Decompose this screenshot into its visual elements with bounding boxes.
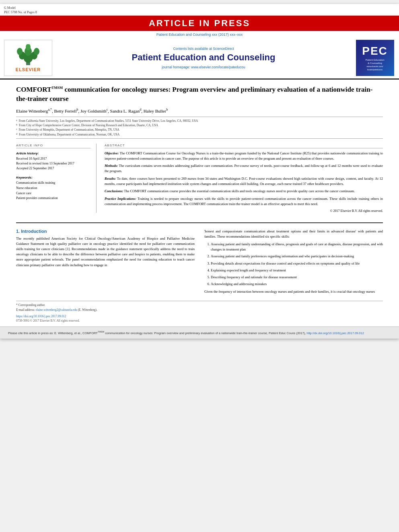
- article-in-press-bar: ARTICLE IN PRESS: [0, 16, 399, 31]
- contents-line: Contents lists available at ScienceDirec…: [173, 47, 234, 51]
- journal-header: ELSEVIER Contents lists available at Sci…: [0, 37, 399, 80]
- doi-link[interactable]: https://doi.org/10.1016/j.pec.2017.09.01…: [16, 314, 66, 318]
- abstract-objective: Objective: The COMFORT Communication Cou…: [105, 151, 383, 161]
- affiliations: a From California State University, Los …: [16, 117, 383, 139]
- article-info-label: ARTICLE INFO: [16, 144, 90, 148]
- body-two-col: 1. Introduction The recently published A…: [16, 229, 383, 297]
- svg-point-7: [34, 48, 39, 55]
- keyword-item: Cancer care: [16, 191, 90, 196]
- affiliation-item: c From University of Memphis, Department…: [16, 127, 383, 132]
- corresponding-text: * Corresponding author.: [16, 303, 383, 307]
- section-divider: [16, 222, 383, 223]
- journal-subtitle-text: Patient Education and Counseling xxx (20…: [156, 33, 243, 37]
- revised-text: Received in revised form 13 September 20…: [16, 161, 90, 166]
- intro-para1: The recently published American Society …: [16, 236, 195, 268]
- abstract-methods: Methods: The curriculum contains seven m…: [105, 163, 383, 174]
- abstract-col: ABSTRACT Objective: The COMFORT Communic…: [105, 144, 383, 213]
- right-intro-para1: 'honest and compassionate communication …: [204, 229, 383, 239]
- accepted-text: Accepted 22 September 2017: [16, 166, 90, 171]
- email-text: E-mail address: elaine.wittenberg2@calst…: [16, 308, 383, 312]
- received-text: Received 10 April 2017: [16, 156, 90, 161]
- footnote-area: * Corresponding author. E-mail address: …: [16, 301, 383, 312]
- intro-right-col: 'honest and compassionate communication …: [204, 229, 383, 297]
- copyright-line: 0738-3991/© 2017 Elsevier B.V. All right…: [16, 319, 383, 322]
- abstract-conclusions-text: The COMFORT communication course provide…: [124, 189, 355, 193]
- pec-logo-box: PEC Patient Education& Counselingwww.els…: [356, 40, 394, 76]
- citation-bar: Please cite this article in press as: E.…: [0, 327, 399, 339]
- keyword-item: Communication skills training: [16, 181, 90, 186]
- homepage-line: journal homepage: www.elsevier.com/locat…: [162, 65, 245, 69]
- keyword-item: Patient-provider communication: [16, 196, 90, 201]
- elsevier-logo-left: ELSEVIER: [4, 40, 52, 76]
- elsevier-tree-icon: [14, 44, 42, 66]
- citation-doi-link[interactable]: http://dx.doi.org/10.1016/j.pec.2017.09.…: [306, 331, 364, 335]
- journal-subtitle: Patient Education and Counseling xxx (20…: [0, 31, 399, 37]
- article-content: COMFORTTMSM communication for oncology n…: [0, 80, 399, 216]
- journal-center: Contents lists available at ScienceDirec…: [56, 40, 351, 76]
- journal-title: Patient Education and Counseling: [132, 52, 276, 63]
- authors: Elaine Wittenberga,*, Betty Ferrellb, Jo…: [16, 108, 383, 113]
- page: G Model PEC 5798 No. of Pages 8 ARTICLE …: [0, 4, 399, 339]
- abstract-results-text: To date, three courses have been present…: [105, 177, 383, 186]
- intro-heading: 1. Introduction: [16, 229, 195, 234]
- intro-left-col: 1. Introduction The recently published A…: [16, 229, 195, 297]
- citation-sup: TMSM: [98, 331, 104, 333]
- abstract-practice-text: Training is needed to prepare oncology n…: [105, 197, 383, 206]
- affiliation-item: b From City of Hope Comprehensive Cancer…: [16, 123, 383, 127]
- article-title: COMFORTTMSM communication for oncology n…: [16, 85, 383, 104]
- body-content: 1. Introduction The recently published A…: [0, 229, 399, 297]
- doi-line: https://doi.org/10.1016/j.pec.2017.09.01…: [16, 314, 383, 318]
- pec-subtitle: Patient Education& Counselingwww.elsevie…: [365, 59, 384, 71]
- email-link[interactable]: elaine.wittenberg2@calstatela.edu: [36, 308, 77, 312]
- title-sup: TMSM: [51, 86, 63, 90]
- keyword-item: Nurse education: [16, 186, 90, 191]
- list-item: Describing frequency of and rationale fo…: [211, 275, 383, 280]
- abstract-copyright: © 2017 Elsevier B.V. All rights reserved…: [105, 209, 383, 213]
- keywords-list: Communication skills trainingNurse educa…: [16, 181, 90, 201]
- top-banner: G Model PEC 5798 No. of Pages 8: [0, 4, 399, 16]
- affiliation-item: d From University of Oklahoma, Departmen…: [16, 132, 383, 137]
- elsevier-wordmark: ELSEVIER: [16, 67, 41, 72]
- list-item: Assessing patient and family understandi…: [211, 242, 383, 252]
- list-item: Assessing patient and family preferences…: [211, 254, 383, 259]
- svg-point-6: [17, 48, 23, 55]
- abstract-practice: Practice Implications: Training is neede…: [105, 196, 383, 207]
- abstract-objective-text: The COMFORT Communication Course for Onc…: [105, 151, 383, 160]
- abstract-results: Results: To date, three courses have bee…: [105, 176, 383, 187]
- list-item: Acknowledging and addressing mistakes: [211, 281, 383, 287]
- history-label: Article history:: [16, 152, 90, 155]
- top-banner-left: G Model PEC 5798 No. of Pages 8: [4, 6, 37, 14]
- list-item: Explaining expected length and frequency…: [211, 268, 383, 273]
- pec-letters: PEC: [362, 45, 388, 58]
- keywords-label: Keywords:: [16, 176, 90, 179]
- list-item: Providing details about expectations for…: [211, 261, 383, 266]
- g-model-label: G Model: [4, 6, 37, 10]
- right-intro-para2: Given the frequency of interaction betwe…: [204, 289, 383, 294]
- article-info-col: ARTICLE INFO Article history: Received 1…: [16, 144, 97, 213]
- article-info-abstract: ARTICLE INFO Article history: Received 1…: [16, 144, 383, 213]
- article-in-press-text: ARTICLE IN PRESS: [149, 18, 250, 28]
- pec-number-label: PEC 5798 No. of Pages 8: [4, 10, 37, 14]
- sciencedirect-link[interactable]: ScienceDirect: [213, 47, 234, 51]
- affiliation-item: a From California State University, Los …: [16, 119, 383, 123]
- homepage-url[interactable]: www.elsevier.com/locate/pateducou: [191, 65, 245, 69]
- abstract-methods-text: The curriculum contains seven modules ad…: [105, 164, 383, 173]
- citation-text: Please cite this article in press as: E.…: [8, 330, 391, 335]
- abstract-conclusions: Conclusions: The COMFORT communication c…: [105, 189, 383, 194]
- skills-list: Assessing patient and family understandi…: [204, 242, 383, 287]
- pec-logo-right: PEC Patient Education& Counselingwww.els…: [355, 40, 395, 76]
- abstract-label: ABSTRACT: [105, 144, 383, 148]
